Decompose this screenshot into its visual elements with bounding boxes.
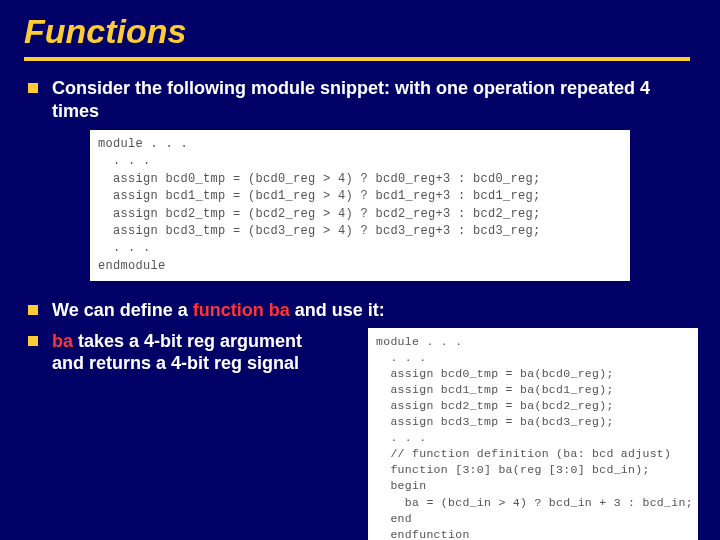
page-number: 1-74 xyxy=(652,504,686,524)
slide-title: Functions xyxy=(24,12,700,51)
bullet-2-pre: We can define a xyxy=(52,300,193,320)
bullet-3-text: ba takes a 4-bit reg argument and return… xyxy=(52,330,302,375)
bullet-1-text: Consider the following module snippet: w… xyxy=(52,77,700,122)
bullet-2-post: and use it: xyxy=(290,300,385,320)
bullet-2: We can define a function ba and use it: xyxy=(28,299,700,322)
title-underline xyxy=(24,57,690,61)
bullet-icon xyxy=(28,336,38,346)
bullet-2-red: function ba xyxy=(193,300,290,320)
bullet-3-col: ba takes a 4-bit reg argument and return… xyxy=(20,330,360,383)
row-bullet3-and-code: ba takes a 4-bit reg argument and return… xyxy=(20,330,700,540)
bullet-icon xyxy=(28,83,38,93)
bullet-3-line2: and returns a 4-bit reg signal xyxy=(52,353,299,373)
bullet-3: ba takes a 4-bit reg argument and return… xyxy=(28,330,360,375)
bullet-3-rest: takes a 4-bit reg argument xyxy=(73,331,302,351)
code-snippet-original: module . . . . . . assign bcd0_tmp = (bc… xyxy=(90,130,630,281)
code-snippet-function: module . . . . . . assign bcd0_tmp = ba(… xyxy=(368,328,698,540)
slide: Functions Consider the following module … xyxy=(0,0,720,540)
bullet-3-red: ba xyxy=(52,331,73,351)
bullet-1: Consider the following module snippet: w… xyxy=(28,77,700,122)
bullet-2-text: We can define a function ba and use it: xyxy=(52,299,385,322)
bullet-icon xyxy=(28,305,38,315)
